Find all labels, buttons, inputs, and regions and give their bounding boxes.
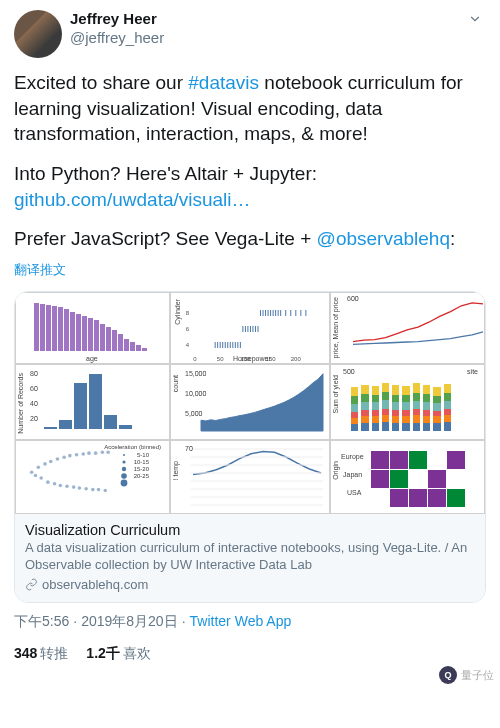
svg-point-58 <box>87 451 91 455</box>
svg-point-61 <box>97 488 101 492</box>
date-text[interactable]: 2019年8月20日 <box>81 613 178 629</box>
thumb-area: count 15,000 10,000 5,000 <box>170 364 330 440</box>
svg-point-64 <box>106 450 110 454</box>
thumb-temp-line: ! temp 70 <box>170 440 330 514</box>
svg-point-67 <box>122 467 126 471</box>
svg-point-60 <box>94 451 98 455</box>
user-handle: @jeffrey_heer <box>70 29 456 48</box>
mention-observablehq[interactable]: @observablehq <box>317 228 450 249</box>
card-domain-text: observablehq.com <box>42 577 148 592</box>
svg-text:0: 0 <box>193 356 197 362</box>
link-icon <box>25 578 38 591</box>
svg-text:4: 4 <box>186 342 190 348</box>
svg-point-54 <box>75 453 79 457</box>
svg-point-47 <box>53 482 57 486</box>
chevron-down-icon <box>468 12 482 26</box>
link-card[interactable]: age 050100150200468 Cylinder Horsepower … <box>14 291 486 603</box>
watermark-text: 量子位 <box>461 668 494 683</box>
thumb-line-dual: price, Mean of price 600 <box>330 292 485 364</box>
svg-point-40 <box>30 470 34 474</box>
svg-point-65 <box>123 454 125 456</box>
link-github[interactable]: github.com/uwdata/visuali… <box>14 189 251 210</box>
text-run: Prefer JavaScript? See Vega-Lite + <box>14 228 317 249</box>
svg-point-57 <box>84 487 88 491</box>
source-app[interactable]: Twitter Web App <box>190 613 292 629</box>
retweets-stat[interactable]: 348转推 <box>14 645 68 663</box>
card-title: Visualization Curriculum <box>25 522 475 538</box>
thumb-histogram: Number of Records 80 60 40 20 <box>15 364 170 440</box>
svg-text:200: 200 <box>291 356 302 362</box>
card-domain: observablehq.com <box>25 577 475 592</box>
svg-point-49 <box>59 484 63 488</box>
svg-point-66 <box>122 460 125 463</box>
text-run: Into Python? Here's Altair + Jupyter: <box>14 163 317 184</box>
watermark: Q 量子位 <box>439 666 494 684</box>
svg-point-52 <box>68 454 72 458</box>
svg-point-43 <box>39 476 43 480</box>
svg-point-59 <box>91 488 95 492</box>
svg-point-68 <box>121 473 127 479</box>
svg-point-50 <box>62 455 66 459</box>
card-image-grid: age 050100150200468 Cylinder Horsepower … <box>15 292 485 514</box>
thumb-heatmap: Origin Europe Japan USA <box>330 440 485 514</box>
svg-point-63 <box>103 488 107 492</box>
user-block[interactable]: Jeffrey Heer @jeffrey_heer <box>70 10 456 48</box>
translate-tweet-link[interactable]: 翻译推文 <box>14 261 66 279</box>
svg-point-55 <box>78 486 82 490</box>
avatar[interactable] <box>14 10 62 58</box>
thumb-scatter: Acceleration (binned) 5-10 10-15 15-20 2… <box>15 440 170 514</box>
svg-point-48 <box>56 457 60 461</box>
svg-point-53 <box>72 485 76 489</box>
likes-stat[interactable]: 1.2千喜欢 <box>86 645 150 663</box>
svg-point-62 <box>101 450 105 454</box>
hashtag-datavis[interactable]: #datavis <box>188 72 259 93</box>
display-name: Jeffrey Heer <box>70 10 456 29</box>
text-run: Excited to share our <box>14 72 188 93</box>
tweet-container: Jeffrey Heer @jeffrey_heer Excited to sh… <box>0 0 500 673</box>
engagement-stats: 348转推 1.2千喜欢 <box>14 639 486 667</box>
time-text[interactable]: 下午5:56 <box>14 613 69 629</box>
svg-point-56 <box>81 452 85 456</box>
watermark-icon: Q <box>439 666 457 684</box>
more-menu-button[interactable] <box>464 10 486 31</box>
svg-point-51 <box>65 484 69 488</box>
svg-text:50: 50 <box>217 356 224 362</box>
thumb-strip-plot: 050100150200468 Cylinder Horsepower <box>170 292 330 364</box>
text-run: : <box>450 228 455 249</box>
tweet-header: Jeffrey Heer @jeffrey_heer <box>14 10 486 58</box>
svg-point-41 <box>34 474 38 478</box>
svg-point-45 <box>46 480 50 484</box>
svg-text:8: 8 <box>186 310 190 316</box>
svg-point-42 <box>37 465 41 469</box>
timestamp-row: 下午5:56·2019年8月20日·Twitter Web App <box>14 613 486 631</box>
svg-point-69 <box>121 479 128 486</box>
card-description: A data visualization curriculum of inter… <box>25 540 475 574</box>
thumb-stacked-bar: Sum of yield 500 site <box>330 364 485 440</box>
tweet-text: Excited to share our #datavis notebook c… <box>14 70 486 252</box>
thumb-bar-purple: age <box>15 292 170 364</box>
svg-point-46 <box>49 459 53 463</box>
svg-point-44 <box>43 462 47 466</box>
card-meta: Visualization Curriculum A data visualiz… <box>15 514 485 602</box>
svg-text:6: 6 <box>186 326 190 332</box>
